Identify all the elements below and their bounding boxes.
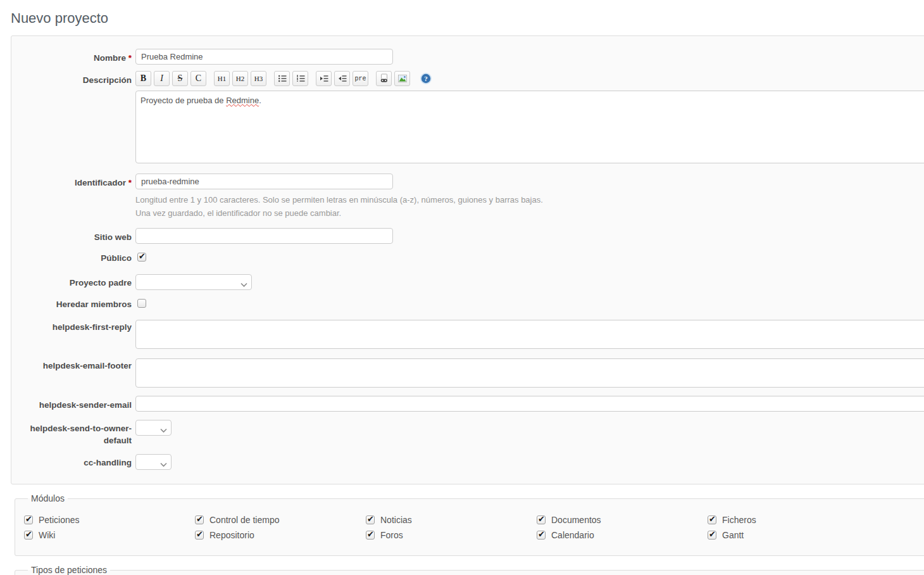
module-checkbox-noticias[interactable] (366, 515, 375, 524)
parent-project-row: Proyecto padre (11, 274, 924, 291)
helpdesk-sender-email-input[interactable] (135, 396, 924, 412)
module-label-control-de-tiempo[interactable]: Control de tiempo (209, 515, 280, 525)
identifier-input[interactable] (135, 174, 393, 189)
helpdesk-first-reply-label: helpdesk-first-reply (11, 320, 135, 334)
page-title: Nuevo proyecto (11, 10, 924, 27)
unordered-list-button[interactable] (274, 71, 290, 86)
modules-list: Peticiones Control de tiempo Noticias Do… (24, 515, 924, 545)
heading3-button[interactable]: H3 (251, 71, 266, 86)
required-asterisk: * (128, 53, 132, 63)
heading1-label: H1 (218, 75, 226, 82)
chevron-down-icon (160, 426, 167, 435)
chevron-down-icon (160, 460, 167, 469)
modules-legend: Módulos (28, 493, 68, 503)
help-icon: ? (420, 72, 432, 85)
preformatted-button[interactable]: pre (353, 71, 368, 86)
public-label-text: Público (101, 253, 132, 263)
link-icon (379, 73, 389, 84)
inherit-members-label: Heredar miembros (11, 298, 135, 311)
helpdesk-sender-email-label: helpdesk-sender-email (11, 396, 135, 412)
module-checkbox-control-de-tiempo[interactable] (195, 515, 204, 524)
helpdesk-email-footer-textarea[interactable] (135, 358, 924, 388)
parent-project-label-text: Proyecto padre (70, 278, 132, 288)
heading2-button[interactable]: H2 (232, 71, 248, 86)
required-asterisk: * (128, 178, 132, 187)
helpdesk-first-reply-label-text: helpdesk-first-reply (53, 322, 132, 332)
ordered-list-button[interactable] (292, 71, 308, 86)
website-label: Sitio web (11, 228, 135, 244)
svg-text:?: ? (424, 75, 428, 82)
module-checkbox-repositorio[interactable] (195, 531, 204, 540)
module-label-gantt[interactable]: Gantt (722, 530, 744, 540)
module-checkbox-gantt[interactable] (708, 531, 716, 540)
bold-label: B (140, 73, 146, 84)
heading2-label: H2 (236, 75, 244, 82)
image-icon (397, 73, 408, 84)
module-item-repositorio: Repositorio (195, 530, 366, 540)
description-textarea[interactable]: Proyecto de prueba de Redmine. (135, 91, 924, 163)
module-checkbox-ficheros[interactable] (708, 515, 716, 524)
name-label-text: Nombre (94, 53, 126, 63)
module-label-repositorio[interactable]: Repositorio (209, 530, 254, 540)
module-checkbox-peticiones[interactable] (24, 515, 33, 524)
identifier-row: Identificador * Longitud entre 1 y 100 c… (11, 174, 924, 220)
heading1-button[interactable]: H1 (214, 71, 230, 86)
code-label: C (196, 73, 201, 84)
public-checkbox[interactable] (137, 253, 146, 262)
module-label-noticias[interactable]: Noticias (380, 515, 412, 525)
module-item-gantt: Gantt (708, 530, 878, 540)
indent-button[interactable] (316, 71, 332, 86)
indent-left-icon (337, 73, 347, 84)
module-item-ficheros: Ficheros (708, 515, 878, 525)
module-label-foros[interactable]: Foros (380, 530, 403, 540)
module-checkbox-calendario[interactable] (537, 531, 546, 540)
description-label: Descripción (11, 71, 135, 87)
helpdesk-send-to-owner-default-row: helpdesk-send-to-owner-default (11, 419, 924, 447)
module-item-peticiones: Peticiones (24, 515, 195, 525)
image-button[interactable] (394, 71, 410, 86)
cc-handling-label-text: cc-handling (84, 458, 132, 467)
helpdesk-first-reply-textarea[interactable] (135, 320, 924, 349)
name-input[interactable] (135, 49, 393, 65)
module-checkbox-documentos[interactable] (537, 515, 546, 524)
module-item-calendario: Calendario (537, 530, 708, 540)
helpdesk-send-to-owner-default-select[interactable] (135, 420, 172, 436)
italic-label: I (160, 73, 163, 84)
module-label-wiki[interactable]: Wiki (39, 530, 55, 540)
helpdesk-email-footer-label: helpdesk-email-footer (11, 358, 135, 372)
strikethrough-button[interactable]: S (172, 71, 188, 86)
public-row: Público (11, 251, 924, 265)
link-button[interactable] (376, 71, 392, 86)
module-checkbox-foros[interactable] (366, 531, 375, 540)
module-label-documentos[interactable]: Documentos (551, 515, 601, 525)
identifier-hint-2: Una vez guardado, el identificador no se… (135, 206, 924, 220)
heading3-label: H3 (254, 75, 263, 82)
parent-project-select[interactable] (135, 274, 252, 290)
inline-code-button[interactable]: C (190, 71, 206, 86)
helpdesk-email-footer-label-text: helpdesk-email-footer (43, 361, 132, 370)
trackers-legend: Tipos de peticiones (28, 565, 110, 575)
module-item-wiki: Wiki (24, 530, 195, 540)
cc-handling-select[interactable] (135, 454, 172, 470)
cc-handling-label: cc-handling (11, 453, 135, 469)
helpdesk-send-to-owner-default-label: helpdesk-send-to-owner-default (11, 419, 135, 447)
inherit-members-label-text: Heredar miembros (56, 300, 132, 309)
website-input[interactable] (135, 228, 393, 244)
bold-button[interactable]: B (135, 71, 151, 86)
module-label-peticiones[interactable]: Peticiones (39, 515, 80, 525)
numbered-list-icon (296, 73, 306, 84)
inherit-members-row: Heredar miembros (11, 298, 924, 311)
help-button[interactable]: ? (418, 71, 434, 86)
module-item-documentos: Documentos (537, 515, 708, 525)
module-item-control-de-tiempo: Control de tiempo (195, 515, 366, 525)
module-label-ficheros[interactable]: Ficheros (722, 515, 756, 525)
italic-button[interactable]: I (154, 71, 170, 86)
outdent-button[interactable] (334, 71, 350, 86)
description-misspelled-word: Redmine (226, 96, 259, 105)
public-label: Público (11, 251, 135, 265)
module-label-calendario[interactable]: Calendario (551, 530, 594, 540)
wiki-toolbar: B I S C H1 H2 H3 (135, 71, 924, 86)
module-checkbox-wiki[interactable] (24, 531, 33, 540)
inherit-members-checkbox[interactable] (137, 299, 146, 308)
identifier-hint-1: Longitud entre 1 y 100 caracteres. Solo … (135, 193, 924, 206)
